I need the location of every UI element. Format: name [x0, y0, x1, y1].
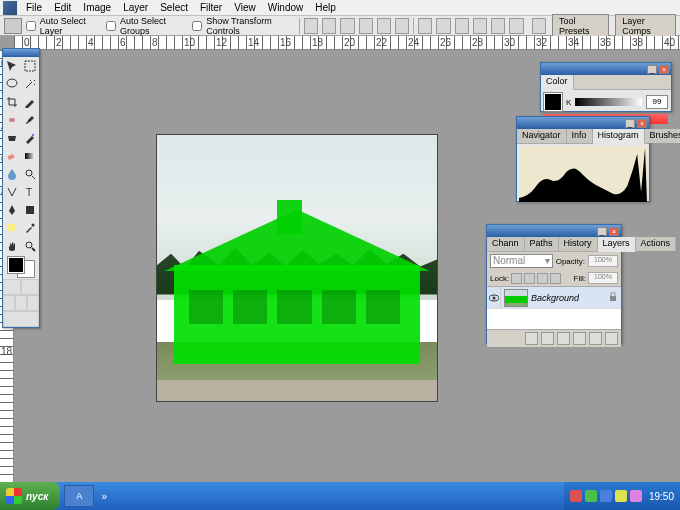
close-icon[interactable]: ×: [637, 119, 647, 128]
tray-icon[interactable]: [630, 490, 642, 502]
magic-wand-tool[interactable]: [21, 75, 39, 93]
tab-info[interactable]: Info: [567, 129, 593, 143]
tray-icon[interactable]: [585, 490, 597, 502]
visibility-toggle[interactable]: [487, 287, 501, 309]
distribute-icon[interactable]: [473, 18, 487, 34]
clone-tool[interactable]: [3, 129, 21, 147]
current-tool-preset[interactable]: [4, 18, 22, 34]
menu-filter[interactable]: Filter: [194, 2, 228, 13]
align-icon[interactable]: [377, 18, 391, 34]
toolbox-titlebar[interactable]: [3, 49, 39, 57]
color-value[interactable]: 99: [646, 95, 668, 109]
shape-tool[interactable]: [21, 201, 39, 219]
layer-row[interactable]: Background: [487, 287, 621, 309]
lock-all-icon[interactable]: [550, 273, 561, 284]
histogram-panel-titlebar[interactable]: _ ×: [517, 117, 649, 129]
brush-tool[interactable]: [21, 111, 39, 129]
well-tab-tool-presets[interactable]: Tool Presets: [552, 14, 609, 38]
lock-transparency-icon[interactable]: [511, 273, 522, 284]
well-tab-layer-comps[interactable]: Layer Comps: [615, 14, 676, 38]
lock-position-icon[interactable]: [537, 273, 548, 284]
system-tray[interactable]: 19:50: [564, 482, 680, 510]
blend-mode-select[interactable]: Normal▾: [490, 254, 553, 268]
opacity-value[interactable]: 100%: [588, 255, 618, 267]
crop-tool[interactable]: [3, 93, 21, 111]
layer-list[interactable]: Background: [487, 287, 621, 329]
layer-style-icon[interactable]: [525, 332, 538, 345]
menu-image[interactable]: Image: [77, 2, 117, 13]
tab-color[interactable]: Color: [541, 75, 574, 90]
menu-window[interactable]: Window: [262, 2, 310, 13]
notes-tool[interactable]: [3, 219, 21, 237]
align-icon[interactable]: [359, 18, 373, 34]
align-icon[interactable]: [340, 18, 354, 34]
menu-help[interactable]: Help: [309, 2, 342, 13]
layer-thumbnail[interactable]: [504, 289, 528, 307]
adjustment-layer-icon[interactable]: [573, 332, 586, 345]
align-icon[interactable]: [304, 18, 318, 34]
healing-tool[interactable]: [3, 111, 21, 129]
screen-mode-standard[interactable]: [3, 295, 15, 311]
distribute-icon[interactable]: [455, 18, 469, 34]
minimize-icon[interactable]: _: [597, 227, 607, 236]
menu-view[interactable]: View: [228, 2, 262, 13]
jump-to-imageready[interactable]: [3, 311, 39, 327]
lasso-tool[interactable]: [3, 75, 21, 93]
hand-tool[interactable]: [3, 237, 21, 255]
taskbar[interactable]: пуск A » 19:50: [0, 482, 680, 510]
screen-mode-full[interactable]: [27, 295, 39, 311]
color-slider[interactable]: [575, 98, 642, 106]
eyedropper-tool[interactable]: [21, 219, 39, 237]
auto-select-layer-checkbox[interactable]: [26, 21, 36, 31]
tab-history[interactable]: History: [559, 237, 598, 251]
minimize-icon[interactable]: _: [625, 119, 635, 128]
distribute-icon[interactable]: [509, 18, 523, 34]
layers-panel-titlebar[interactable]: _ ×: [487, 225, 621, 237]
tab-brushes[interactable]: Brushes: [645, 129, 680, 143]
blur-tool[interactable]: [3, 165, 21, 183]
new-set-icon[interactable]: [557, 332, 570, 345]
history-brush-tool[interactable]: [21, 129, 39, 147]
color-panel[interactable]: _ × Color K 99: [540, 62, 672, 112]
slice-tool[interactable]: [21, 93, 39, 111]
fill-value[interactable]: 100%: [588, 272, 618, 284]
color-panel-titlebar[interactable]: _ ×: [541, 63, 671, 75]
lock-pixels-icon[interactable]: [524, 273, 535, 284]
path-tool[interactable]: [3, 183, 21, 201]
tab-channels[interactable]: Chann: [487, 237, 525, 251]
tab-navigator[interactable]: Navigator: [517, 129, 567, 143]
align-icon[interactable]: [395, 18, 409, 34]
auto-select-groups-checkbox[interactable]: [106, 21, 116, 31]
distribute-icon[interactable]: [436, 18, 450, 34]
tab-paths[interactable]: Paths: [525, 237, 559, 251]
marquee-tool[interactable]: [21, 57, 39, 75]
menu-file[interactable]: File: [20, 2, 48, 13]
delete-layer-icon[interactable]: [605, 332, 618, 345]
tab-histogram[interactable]: Histogram: [593, 129, 645, 144]
close-icon[interactable]: ×: [609, 227, 619, 236]
dodge-tool[interactable]: [21, 165, 39, 183]
tray-icon[interactable]: [600, 490, 612, 502]
clock[interactable]: 19:50: [649, 491, 674, 502]
layers-panel[interactable]: _ × Chann Paths History Layers Actions N…: [486, 224, 622, 344]
align-icon[interactable]: [322, 18, 336, 34]
foreground-color-swatch[interactable]: [8, 257, 24, 273]
menu-edit[interactable]: Edit: [48, 2, 77, 13]
type-tool[interactable]: T: [21, 183, 39, 201]
layer-mask-icon[interactable]: [541, 332, 554, 345]
palette-well-toggle[interactable]: [532, 18, 546, 34]
close-icon[interactable]: ×: [659, 65, 669, 74]
layer-name[interactable]: Background: [531, 293, 609, 303]
taskbar-chevron-icon[interactable]: »: [98, 485, 110, 507]
pen-tool[interactable]: [3, 201, 21, 219]
taskbar-item[interactable]: A: [64, 485, 94, 507]
tray-icon[interactable]: [570, 490, 582, 502]
distribute-icon[interactable]: [491, 18, 505, 34]
histogram-panel[interactable]: _ × Navigator Info Histogram Brushes: [516, 116, 650, 202]
tab-actions[interactable]: Actions: [636, 237, 677, 251]
show-transform-checkbox[interactable]: [192, 21, 202, 31]
screen-mode-full-menu[interactable]: [15, 295, 27, 311]
tray-icon[interactable]: [615, 490, 627, 502]
minimize-icon[interactable]: _: [647, 65, 657, 74]
menu-layer[interactable]: Layer: [117, 2, 154, 13]
